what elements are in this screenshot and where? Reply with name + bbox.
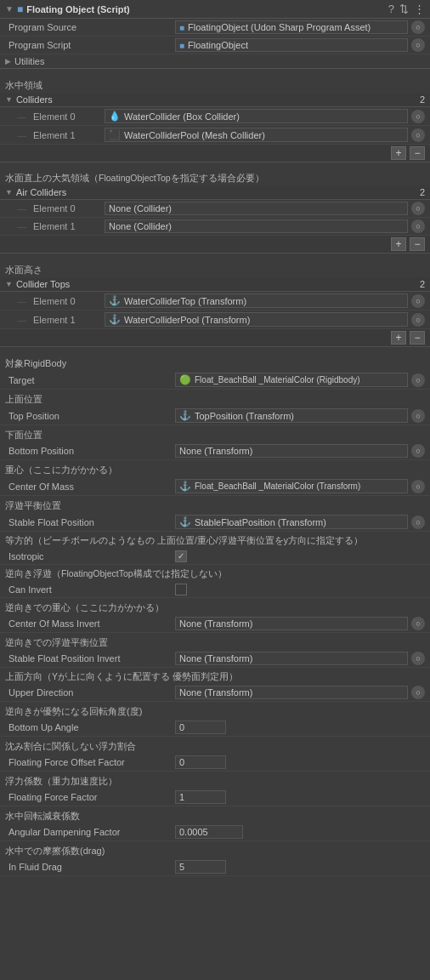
air-arrow[interactable]: ▼ [5,188,13,197]
water-e0-text: WaterCollider (Box Collider) [124,111,240,122]
utilities-header[interactable]: ▶ Utilities [0,54,430,69]
com-invert-text: None (Transform) [179,618,252,629]
target-rb-select[interactable]: ○ [411,373,425,387]
target-rb-text: Float_BeachBall _MaterialColor (Rigidbod… [195,375,360,385]
stable-label: Stable Float Position [5,517,175,527]
tops-add[interactable]: + [391,331,406,345]
program-script-ref[interactable]: ■ FloatingObject [175,38,408,52]
tops-e1-dash: — [17,315,26,325]
water-e1-select[interactable]: ○ [411,128,425,142]
tops-e0-select[interactable]: ○ [411,294,425,308]
water-colliders-remove[interactable]: − [410,146,425,160]
fluid-drag-input[interactable] [175,860,226,874]
float-offset-input[interactable] [175,755,226,769]
bottom-pos-ref[interactable]: None (Transform) [175,444,408,458]
float-factor-value [175,790,425,804]
water-e0-dash: — [17,111,26,122]
target-rb-row: Target 🟢 Float_BeachBall _MaterialColor … [0,371,430,390]
top-pos-select[interactable]: ○ [411,409,425,423]
program-source-ref[interactable]: ■ FloatingObject (Udon Sharp Program Ass… [175,20,408,34]
stable-ref[interactable]: ⚓ StableFloatPosition (Transform) [175,515,408,529]
air-e1-text: None (Collider) [109,221,172,231]
tops-header: ▼ Collider Tops 2 [0,277,430,292]
stable-invert-select[interactable]: ○ [411,652,425,665]
stable-text: StableFloatPosition (Transform) [195,517,326,527]
program-script-row: Program Script ■ FloatingObject ○ [0,37,430,54]
program-source-select[interactable]: ○ [411,20,425,34]
com-icon: ⚓ [179,481,191,492]
help-icon[interactable]: ? [388,3,394,15]
water-e0-ref[interactable]: 💧 WaterCollider (Box Collider) [105,109,408,123]
program-script-icon: ■ [179,41,184,50]
tops-e1-ref[interactable]: ⚓ WaterColliderPool (Transform) [105,312,408,327]
top-pos-row: Top Position ⚓ TopPosition (Transform) ○ [0,407,430,425]
program-script-select[interactable]: ○ [411,38,425,52]
target-rb-ref[interactable]: 🟢 Float_BeachBall _MaterialColor (Rigidb… [175,373,408,387]
stable-category: 浮遊平衡位置 [0,496,430,513]
water-e1-ref[interactable]: ⬛ WaterColliderPool (Mesh Collider) [105,128,408,142]
upper-dir-select[interactable]: ○ [411,686,425,699]
colliders-arrow[interactable]: ▼ [5,95,13,104]
script-icon: ■ [17,3,23,15]
tops-e0-text: WaterColliderTop (Transform) [124,296,246,306]
isotropic-checkbox[interactable]: ✓ [175,550,187,562]
target-rb-label: Target [5,375,175,385]
com-ref[interactable]: ⚓ Float_BeachBall _MaterialColor (Transf… [175,479,408,493]
water-e0-label: Element 0 [33,111,101,122]
stable-invert-value: None (Transform) ○ [175,652,425,665]
program-source-row: Program Source ■ FloatingObject (Udon Sh… [0,19,430,37]
angular-damping-value [175,825,425,839]
water-e0-select[interactable]: ○ [411,110,425,123]
bottom-up-input[interactable] [175,721,226,734]
angular-damping-category: 水中回転減衰係数 [0,806,430,823]
bottom-pos-select[interactable]: ○ [411,444,425,458]
top-pos-category: 上面位置 [0,390,430,407]
angular-damping-input[interactable] [175,825,243,839]
air-e0-ref[interactable]: None (Collider) [105,202,408,215]
float-factor-input[interactable] [175,790,226,804]
settings-icon[interactable]: ⇅ [399,3,409,15]
program-source-value: ■ FloatingObject (Udon Sharp Program Ass… [175,20,425,34]
air-element-1: — Element 1 None (Collider) ○ [0,218,430,236]
tops-element-0: — Element 0 ⚓ WaterColliderTop (Transfor… [0,292,430,311]
air-e0-value: None (Collider) ○ [105,202,425,215]
spacer4 [0,347,430,354]
component-title: Floating Object (Script) [26,4,130,14]
spacer2 [0,162,430,169]
tops-e1-text: WaterColliderPool (Transform) [124,315,250,325]
more-icon[interactable]: ⋮ [414,3,425,15]
stable-select[interactable]: ○ [411,516,425,529]
angular-damping-label: Angular Dampening Factor [5,827,175,837]
upper-dir-ref[interactable]: None (Transform) [175,686,408,699]
can-invert-checkbox[interactable] [175,584,187,595]
com-invert-ref[interactable]: None (Transform) [175,617,408,630]
air-header-left: ▼ Air Colliders [5,187,66,197]
tops-e1-value: ⚓ WaterColliderPool (Transform) ○ [105,312,425,327]
tops-remove[interactable]: − [410,331,425,345]
tops-e0-ref[interactable]: ⚓ WaterColliderTop (Transform) [105,293,408,308]
top-pos-ref[interactable]: ⚓ TopPosition (Transform) [175,408,408,423]
air-e0-select[interactable]: ○ [411,202,425,215]
air-colliders-add[interactable]: + [391,237,406,251]
tops-e1-select[interactable]: ○ [411,313,425,327]
isotropic-label: Isotropic [5,551,175,561]
air-e1-select[interactable]: ○ [411,219,425,233]
upper-dir-text: None (Transform) [179,687,252,698]
tops-e1-icon: ⚓ [109,314,121,325]
tops-arrow[interactable]: ▼ [5,280,13,288]
top-pos-icon: ⚓ [179,410,191,421]
collapse-arrow[interactable]: ▼ [5,4,14,14]
com-select[interactable]: ○ [411,480,425,493]
utilities-arrow: ▶ [5,57,11,66]
air-colliders-remove[interactable]: − [410,237,425,251]
can-invert-label: Can Invert [5,584,175,595]
program-script-text: FloatingObject [188,40,248,50]
upper-dir-label: Upper Direction [5,687,175,698]
water-colliders-add[interactable]: + [391,146,406,160]
water-surface-label: 水面高さ [0,260,430,277]
com-invert-value: None (Transform) ○ [175,617,425,630]
program-source-icon: ■ [179,23,184,32]
air-e1-ref[interactable]: None (Collider) [105,219,408,233]
stable-invert-ref[interactable]: None (Transform) [175,652,408,665]
com-invert-select[interactable]: ○ [411,617,425,630]
